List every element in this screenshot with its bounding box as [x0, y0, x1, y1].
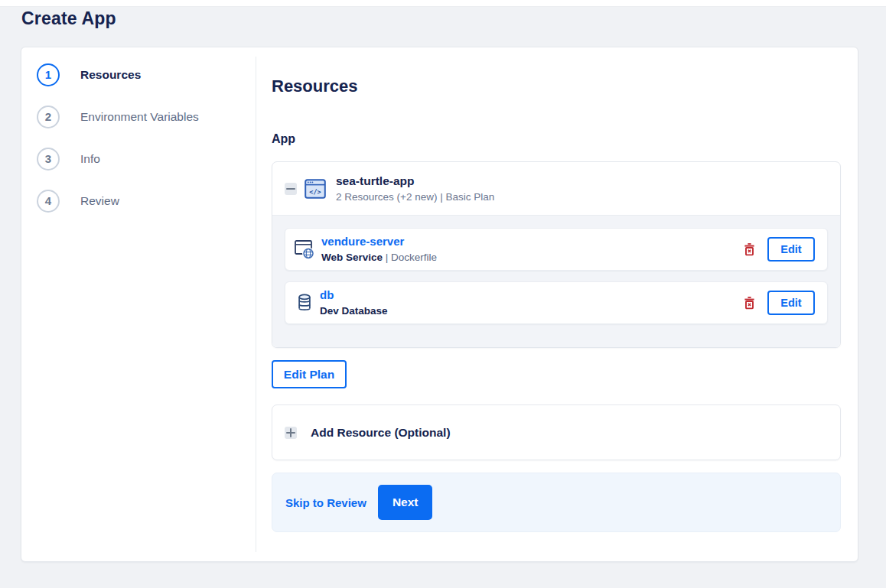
- app-card-header: </> sea-turtle-app 2 Resources (+2 new) …: [272, 162, 840, 215]
- next-button[interactable]: Next: [378, 485, 433, 520]
- app-summary: 2 Resources (+2 new) | Basic Plan: [336, 190, 494, 203]
- step-number-3: 3: [37, 148, 60, 171]
- add-resource-label: Add Resource (Optional): [311, 426, 451, 440]
- app-name: sea-turtle-app: [336, 174, 494, 188]
- app-icon: </>: [305, 179, 326, 199]
- delete-resource-button[interactable]: [744, 296, 755, 310]
- edit-plan-button[interactable]: Edit Plan: [272, 360, 347, 388]
- resource-row-db: db Dev Database Edit: [285, 281, 828, 324]
- create-app-card: 1 Resources 2 Environment Variables 3 In…: [21, 47, 858, 562]
- step-number-1: 1: [37, 63, 60, 86]
- add-resource-card[interactable]: Add Resource (Optional): [272, 404, 841, 460]
- resource-type: Dev Database: [320, 305, 388, 317]
- resource-type: Web Service | Dockerfile: [321, 252, 437, 264]
- step-label-environment-variables: Environment Variables: [80, 110, 199, 124]
- stepper-step-info[interactable]: 3 Info: [21, 138, 256, 180]
- resource-actions: Edit: [744, 291, 815, 315]
- step-number-2: 2: [37, 106, 60, 128]
- web-service-icon: [295, 240, 315, 259]
- content-panel: Resources App </> sea-turtle-app 2 Resou…: [256, 47, 858, 561]
- edit-resource-button[interactable]: Edit: [767, 291, 815, 315]
- plus-icon: [285, 427, 297, 439]
- trash-icon: [744, 242, 755, 256]
- collapse-button[interactable]: [285, 183, 297, 195]
- app-title-wrap: sea-turtle-app 2 Resources (+2 new) | Ba…: [336, 174, 494, 203]
- step-label-info: Info: [80, 152, 100, 166]
- resource-text: db Dev Database: [320, 288, 388, 317]
- group-label-app: App: [272, 132, 841, 147]
- edit-resource-button[interactable]: Edit: [767, 237, 815, 262]
- stepper-step-environment-variables[interactable]: 2 Environment Variables: [21, 96, 256, 138]
- skip-to-review-link[interactable]: Skip to Review: [285, 496, 366, 509]
- delete-resource-button[interactable]: [744, 242, 755, 256]
- step-label-resources: Resources: [80, 68, 141, 82]
- resource-name-link[interactable]: db: [320, 288, 334, 301]
- resource-name-link[interactable]: vendure-server: [321, 235, 404, 248]
- step-label-review: Review: [80, 194, 119, 208]
- app-card: </> sea-turtle-app 2 Resources (+2 new) …: [272, 161, 841, 348]
- trash-icon: [744, 296, 755, 310]
- resource-text: vendure-server Web Service | Dockerfile: [321, 235, 437, 264]
- app-icon-glyph: </>: [309, 187, 321, 195]
- minus-icon: [286, 188, 295, 190]
- content-heading: Resources: [272, 76, 841, 96]
- stepper: 1 Resources 2 Environment Variables 3 In…: [21, 57, 256, 552]
- app-card-body: vendure-server Web Service | Dockerfile: [272, 215, 840, 347]
- resource-actions: Edit: [744, 237, 815, 262]
- step-number-4: 4: [37, 190, 60, 213]
- database-icon: [298, 294, 311, 312]
- top-strip: [0, 0, 886, 7]
- footer-bar: Skip to Review Next: [272, 473, 841, 532]
- page-title: Create App: [21, 8, 886, 29]
- stepper-step-review[interactable]: 4 Review: [21, 180, 256, 222]
- resource-row-vendure-server: vendure-server Web Service | Dockerfile: [285, 228, 828, 271]
- stepper-step-resources[interactable]: 1 Resources: [21, 54, 256, 96]
